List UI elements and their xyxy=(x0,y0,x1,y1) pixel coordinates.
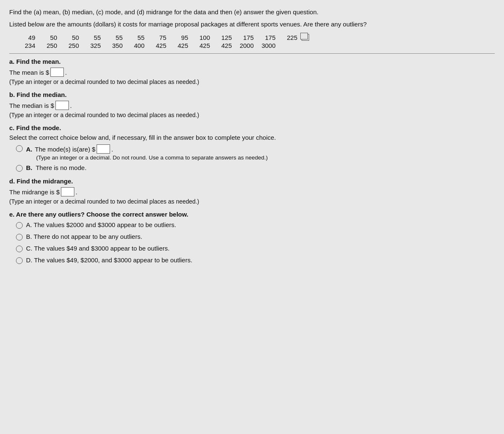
data-cell: 175 xyxy=(234,34,256,41)
midrange-hint: (Type an integer or a decimal rounded to… xyxy=(9,198,495,205)
outlier-radio-d[interactable] xyxy=(16,257,23,264)
mode-radio-group: A. The mode(s) is(are) $ . (Type an inte… xyxy=(16,144,495,172)
median-period: . xyxy=(70,102,72,109)
intro-line2: Listed below are the amounts (dollars) i… xyxy=(9,20,495,29)
data-row-2: 234 250 250 325 350 400 425 425 425 425 … xyxy=(16,42,495,49)
outlier-option-c-label: C. xyxy=(26,245,32,252)
outlier-radio-b[interactable] xyxy=(16,234,23,241)
median-hint: (Type an integer or a decimal rounded to… xyxy=(9,112,495,118)
section-e-title: e. Are there any outliers? Choose the co… xyxy=(9,211,495,218)
divider-1 xyxy=(9,53,495,54)
data-cell: 125 xyxy=(213,34,234,41)
data-cell: 425 xyxy=(147,42,169,49)
data-cell: 250 xyxy=(60,42,81,49)
data-cell: 55 xyxy=(125,34,147,41)
data-cell: 400 xyxy=(125,42,147,49)
outlier-option-a-label: A. xyxy=(26,221,32,228)
mode-option-a-label: A. xyxy=(26,146,32,153)
data-cell: 100 xyxy=(191,34,213,41)
median-label: The median is $ xyxy=(9,102,54,109)
outlier-option-d: D. The values $49, $2000, and $3000 appe… xyxy=(16,256,495,264)
midrange-input[interactable] xyxy=(61,187,74,196)
section-a-title: a. Find the mean. xyxy=(9,58,495,65)
data-cell: 425 xyxy=(169,42,191,49)
outlier-option-c: C. The values $49 and $3000 appear to be… xyxy=(16,245,495,252)
midrange-period: . xyxy=(76,188,77,196)
mode-option-a-hint: (Type an integer or a decimal. Do not ro… xyxy=(36,154,495,161)
data-cell: 234 xyxy=(16,42,38,49)
outlier-option-a-text: The values $2000 and $3000 appear to be … xyxy=(34,221,176,228)
mode-option-a-content: A. The mode(s) is(are) $ . (Type an inte… xyxy=(26,144,495,161)
data-cell: 49 xyxy=(16,34,38,41)
outlier-option-d-content: D. The values $49, $2000, and $3000 appe… xyxy=(26,256,192,264)
data-cell: 425 xyxy=(191,42,213,49)
section-d: d. Find the midrange. The midrange is $ … xyxy=(9,178,495,205)
section-c-title: c. Find the mode. xyxy=(9,124,495,131)
outlier-option-c-content: C. The values $49 and $3000 appear to be… xyxy=(26,245,170,252)
outlier-option-b-label: B. xyxy=(26,233,32,240)
mean-period: . xyxy=(65,69,67,76)
median-answer-line: The median is $ . xyxy=(9,101,495,110)
data-cell: 50 xyxy=(60,34,81,41)
data-table: 49 50 50 55 55 55 75 95 100 125 175 175 … xyxy=(16,34,495,49)
outlier-option-b-text: There do not appear to be any outliers. xyxy=(34,233,142,240)
outlier-options: A. The values $2000 and $3000 appear to … xyxy=(16,221,495,264)
outlier-option-b: B. There do not appear to be any outlier… xyxy=(16,233,495,241)
data-cell: 75 xyxy=(147,34,169,41)
section-b-title: b. Find the median. xyxy=(9,91,495,98)
outlier-option-c-text: The values $49 and $3000 appear to be ou… xyxy=(34,245,170,252)
data-cell: 250 xyxy=(38,42,60,49)
intro-line1: Find the (a) mean, (b) median, (c) mode,… xyxy=(9,8,495,17)
section-d-title: d. Find the midrange. xyxy=(9,178,495,185)
mean-input[interactable] xyxy=(50,68,64,77)
mean-answer-line: The mean is $ . xyxy=(9,68,495,77)
mode-option-a-text: The mode(s) is(are) $ xyxy=(35,146,95,153)
mean-hint: (Type an integer or a decimal rounded to… xyxy=(9,78,495,85)
data-cell: 350 xyxy=(103,42,125,49)
mode-option-b-content: B. There is no mode. xyxy=(26,164,495,171)
outlier-option-a-content: A. The values $2000 and $3000 appear to … xyxy=(26,221,176,228)
section-a: a. Find the mean. The mean is $ . (Type … xyxy=(9,58,495,85)
outlier-option-d-label: D. xyxy=(26,256,32,264)
outlier-radio-a[interactable] xyxy=(16,222,23,229)
mode-radio-a[interactable] xyxy=(16,145,23,152)
data-cell: 55 xyxy=(81,34,103,41)
data-cell: 225 xyxy=(278,34,300,41)
mode-input[interactable] xyxy=(97,144,110,154)
outlier-option-a: A. The values $2000 and $3000 appear to … xyxy=(16,221,495,229)
section-c: c. Find the mode. Select the correct cho… xyxy=(9,124,495,172)
mean-label: The mean is $ xyxy=(9,69,49,76)
data-cell: 2000 xyxy=(234,42,256,49)
data-cell: 50 xyxy=(38,34,60,41)
mode-radio-b[interactable] xyxy=(16,165,23,172)
data-cell: 55 xyxy=(103,34,125,41)
data-row-1: 49 50 50 55 55 55 75 95 100 125 175 175 … xyxy=(16,34,495,41)
mode-option-b-label: B. xyxy=(26,164,32,171)
mode-answer-line: A. The mode(s) is(are) $ . xyxy=(26,144,495,154)
page-container: Find the (a) mean, (b) median, (c) mode,… xyxy=(0,0,504,434)
mode-period: . xyxy=(111,146,113,153)
mode-option-b: B. There is no mode. xyxy=(16,164,495,172)
mode-option-a: A. The mode(s) is(are) $ . (Type an inte… xyxy=(16,144,495,161)
data-cell: 425 xyxy=(213,42,234,49)
mode-instruction: Select the correct choice below and, if … xyxy=(9,134,495,141)
midrange-answer-line: The midrange is $ . xyxy=(9,187,495,196)
data-cell: 325 xyxy=(81,42,103,49)
outlier-option-b-content: B. There do not appear to be any outlier… xyxy=(26,233,142,240)
copy-icon[interactable] xyxy=(302,34,309,41)
section-e: e. Are there any outliers? Choose the co… xyxy=(9,211,495,264)
section-b: b. Find the median. The median is $ . (T… xyxy=(9,91,495,118)
data-cell: 3000 xyxy=(256,42,278,49)
outlier-option-d-text: The values $49, $2000, and $3000 appear … xyxy=(34,256,192,264)
midrange-label: The midrange is $ xyxy=(9,188,60,196)
data-cell: 175 xyxy=(256,34,278,41)
median-input[interactable] xyxy=(55,101,69,110)
data-cell: 95 xyxy=(169,34,191,41)
outlier-radio-c[interactable] xyxy=(16,246,23,252)
mode-option-b-text: There is no mode. xyxy=(36,164,87,171)
